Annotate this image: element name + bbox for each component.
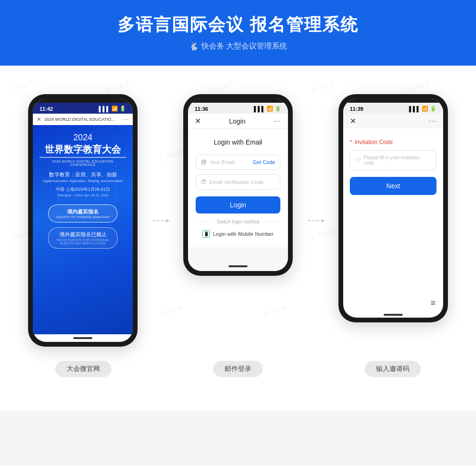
at-icon: @	[201, 159, 207, 165]
shield-icon: 🛡	[355, 157, 361, 164]
next-button[interactable]: Next	[350, 177, 436, 195]
phone-login: 11:36 ▌▌▌ 📶 🔋 ✕ Login ··· Login with Ema…	[183, 94, 293, 276]
connector-2-3: ▶	[308, 220, 323, 221]
phone2-screen: 11:36 ▌▌▌ 📶 🔋 ✕ Login ··· Login with Ema…	[188, 99, 288, 271]
page-header: 多语言国际会议 报名管理系统 🐇 快会务 大型会议管理系统	[0, 0, 476, 66]
phone3-statusbar: 11:39 ▌▌▌ 📶 🔋	[343, 103, 443, 114]
phone1-conference-screen: 2024 世界数字教育大会 2024 WORLD DIGITAL EDUCATI…	[33, 125, 133, 334]
required-marker: *	[350, 139, 352, 146]
signal-icon: ▌▌▌	[99, 106, 110, 112]
topbar-more-icon[interactable]: ···	[274, 117, 281, 126]
phones-labels-row: 大会微官网 邮件登录 输入邀请码	[10, 361, 466, 396]
phone-conference: 11:42 ▌▌▌ 📶 🔋 ✕ 2024 WORLD DIGITAL EDUCA…	[28, 94, 138, 347]
phone3-topbar: ✕ ···	[343, 114, 443, 128]
connector-1-2: ▶	[153, 220, 168, 221]
switch-method-text: Switch login method	[217, 219, 259, 224]
hamburger-menu[interactable]: ≡	[430, 298, 436, 308]
conf-date-zh: 中国·上海2024年1月29-31日	[40, 186, 126, 193]
phone1-time: 11:42	[40, 106, 53, 112]
conference-content: 2024 世界数字教育大会 2024 WORLD DIGITAL EDUCATI…	[33, 125, 133, 261]
wifi-icon: 📶	[422, 106, 428, 112]
topbar-title: Login	[229, 117, 245, 125]
wifi-icon: 📶	[267, 106, 273, 112]
phone3-screen: 11:39 ▌▌▌ 📶 🔋 ✕ ··· *	[343, 99, 443, 318]
phone2-time: 11:36	[195, 106, 208, 112]
phone3-status-icons: ▌▌▌ 📶 🔋	[409, 106, 436, 112]
phone1-browser-bar: ✕ 2024 WORLD DIGITAL EDUCATIO... ···	[33, 114, 133, 125]
phone1-status-icons: ▌▌▌ 📶 🔋	[99, 106, 126, 112]
phone-invitation: 11:39 ▌▌▌ 📶 🔋 ✕ ··· *	[338, 94, 448, 322]
battery-icon: 🔋	[430, 106, 436, 112]
browser-url: 2024 WORLD DIGITAL EDUCATIO...	[44, 117, 120, 122]
phone2-statusbar: 11:36 ▌▌▌ 📶 🔋	[188, 103, 288, 114]
phone1-label: 大会微官网	[55, 361, 111, 377]
phone2-label-wrap: 邮件登录	[183, 361, 292, 377]
phone1-statusbar: 11:42 ▌▌▌ 📶 🔋	[33, 103, 133, 114]
invitation-code-label: * Invitation Code	[350, 139, 436, 146]
page-subtitle: 🐇 快会务 大型会议管理系统	[10, 41, 466, 51]
login-button[interactable]: Login	[196, 196, 280, 214]
get-code-button[interactable]: Get Code	[253, 159, 275, 165]
phone1-screen: 11:42 ▌▌▌ 📶 🔋 ✕ 2024 WORLD DIGITAL EDUCA…	[33, 99, 133, 342]
login-form-area: Login with Email @ Your Email Get Code ⏱…	[188, 129, 288, 247]
invitation-code-section: * Invitation Code 🛡 Please fill in your …	[343, 132, 443, 204]
topbar-close-icon[interactable]: ✕	[350, 116, 356, 126]
wifi-icon: 📶	[111, 106, 118, 112]
phone3-time: 11:39	[350, 106, 363, 112]
signal-icon: ▌▌▌	[409, 106, 420, 112]
phones-row: 11:42 ▌▌▌ 📶 🔋 ✕ 2024 WORLD DIGITAL EDUCA…	[10, 85, 466, 361]
phone1-label-wrap: 大会微官网	[29, 361, 138, 377]
verification-placeholder[interactable]: Email Verification Code	[209, 179, 275, 185]
verification-input-wrap: ⏱ Email Verification Code	[196, 175, 280, 190]
battery-icon: 🔋	[119, 106, 126, 112]
phone2-topbar: ✕ Login ···	[188, 114, 288, 129]
phone3-label-wrap: 输入邀请码	[338, 361, 447, 377]
email-input-placeholder[interactable]: Your Email	[209, 159, 250, 165]
topbar-close-icon[interactable]: ✕	[195, 116, 201, 126]
login-heading: Login with Email	[196, 138, 280, 146]
domestic-register-button[interactable]: 境内嘉宾报名 GUESTS OF CHINESE MAINLAND	[48, 204, 118, 223]
mobile-login-text: Login with Mobile Number	[213, 231, 273, 237]
signal-icon: ▌▌▌	[254, 106, 265, 112]
battery-icon: 🔋	[275, 106, 281, 112]
conf-subtitle-zh: 数字教育：应用、共享、创新	[40, 171, 126, 178]
code-icon: ⏱	[201, 179, 207, 185]
conf-year: 2024	[40, 133, 126, 143]
invitation-code-placeholder: Please fill in your invitation code	[364, 155, 431, 165]
conf-date-en: Shanghai · China Jan. 29-31, 2024	[40, 194, 126, 197]
overseas-register-button[interactable]: 境外嘉宾报名已截止 REGISTRATION FOR OVERSEAS GUES…	[48, 227, 118, 249]
phone2-label: 邮件登录	[213, 361, 263, 377]
topbar-more-icon[interactable]: ···	[429, 117, 436, 126]
phone3-label: 输入邀请码	[365, 361, 421, 377]
browser-close-icon[interactable]: ✕	[37, 116, 41, 123]
mobile-login-option[interactable]: 📱 Login with Mobile Number	[196, 230, 280, 238]
phone2-status-icons: ▌▌▌ 📶 🔋	[254, 106, 281, 112]
switch-method-row: Switch login method	[196, 219, 280, 224]
email-input-wrap: @ Your Email Get Code	[196, 155, 280, 170]
invitation-code-input[interactable]: 🛡 Please fill in your invitation code	[350, 150, 436, 170]
main-content: 🐇 快会务 🐇 快会务 🐇 快会务 🐇 快会务 🐇 快会务 🐇 快会务 🐇 快会…	[0, 66, 476, 410]
conf-title-en: 2024 WORLD DIGITAL EDUCATION CONFERENCE	[40, 160, 126, 166]
mobile-icon: 📱	[202, 230, 210, 238]
rabbit-icon: 🐇	[189, 42, 198, 51]
conf-title-zh: 世界数字教育大会	[40, 144, 126, 158]
browser-more-icon[interactable]: ···	[123, 116, 129, 123]
conf-subtitle-en: Digital Education: Application, Sharing,…	[40, 179, 126, 183]
page-title: 多语言国际会议 报名管理系统	[10, 13, 466, 37]
